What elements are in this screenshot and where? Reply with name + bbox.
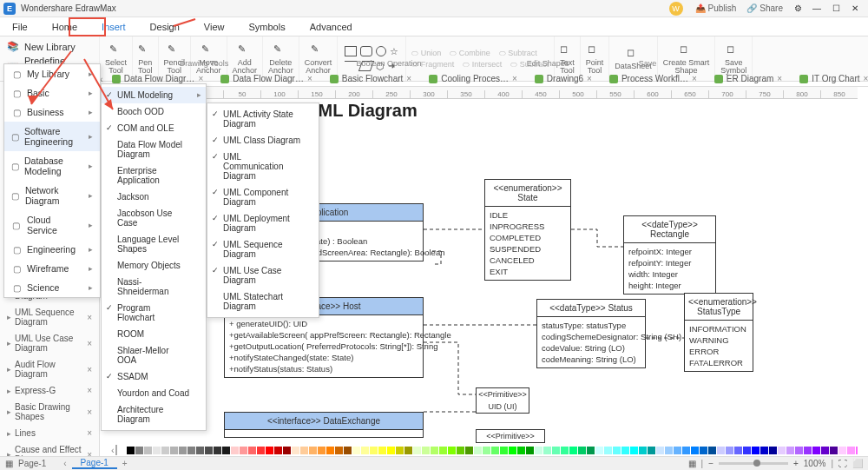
- color-swatch[interactable]: [543, 447, 551, 454]
- color-swatch[interactable]: [630, 447, 638, 454]
- library-category-item[interactable]: ▸Basic Drawing Shapes×: [0, 399, 99, 425]
- submenu-item[interactable]: ✓COM and OLE: [102, 120, 206, 136]
- submenu-item[interactable]: Data Flow Model Diagram: [102, 136, 206, 162]
- color-swatch[interactable]: [422, 447, 430, 454]
- color-swatch[interactable]: [413, 447, 421, 454]
- color-swatch[interactable]: [483, 447, 490, 454]
- color-swatch[interactable]: [135, 447, 143, 454]
- color-swatch[interactable]: [778, 447, 786, 454]
- menu-symbols[interactable]: Symbols: [237, 17, 298, 36]
- uml-enum-state[interactable]: <<enumeration>> State IDLEINPROGRESSCOMP…: [484, 179, 571, 281]
- color-swatch[interactable]: [569, 447, 577, 454]
- color-swatch[interactable]: [500, 447, 508, 454]
- color-swatch[interactable]: [491, 447, 499, 454]
- submenu-item[interactable]: Jacobson Use Case: [102, 205, 206, 231]
- color-swatch[interactable]: [161, 447, 169, 454]
- document-tab[interactable]: ER Diagram×: [706, 71, 791, 87]
- document-tab[interactable]: Cooling Proces…×: [420, 71, 526, 87]
- rect-shape-icon[interactable]: [345, 46, 357, 56]
- submenu-item[interactable]: ✓UML Sequence Diagram: [207, 236, 319, 262]
- color-swatch[interactable]: [153, 447, 161, 454]
- library-category-item[interactable]: ▸Express-G×: [0, 382, 99, 399]
- color-swatch[interactable]: [318, 447, 326, 454]
- color-swatch[interactable]: [752, 447, 760, 454]
- library-category-cloud-service[interactable]: ▢Cloud Service▸: [4, 210, 100, 240]
- color-swatch[interactable]: [734, 447, 742, 454]
- document-tab[interactable]: Data Flow Diagr…×: [212, 71, 321, 87]
- library-category-basic[interactable]: ▢Basic▸: [4, 83, 100, 103]
- uml-datatype-status[interactable]: <<dataType>> Status statusType: statusTy…: [536, 299, 646, 368]
- page-tab[interactable]: Page-1: [72, 458, 117, 469]
- color-swatch[interactable]: [335, 447, 343, 454]
- color-swatch[interactable]: [717, 447, 725, 454]
- submenu-item[interactable]: ROOM: [102, 326, 206, 342]
- close-tab-icon[interactable]: ×: [587, 71, 592, 87]
- uml-primitive-bottom[interactable]: <<Primitive>>: [476, 429, 545, 443]
- bool-combine[interactable]: ⬭ Combine: [450, 49, 490, 58]
- color-swatch[interactable]: [726, 447, 733, 454]
- color-swatch[interactable]: [118, 447, 126, 454]
- color-swatch[interactable]: [561, 447, 569, 454]
- color-swatch[interactable]: [691, 447, 699, 454]
- submenu-item[interactable]: ✓UML Deployment Diagram: [207, 210, 319, 236]
- color-swatch[interactable]: [708, 447, 716, 454]
- uml-primitive-uid[interactable]: <<Primitive>> UID (UI): [476, 387, 529, 414]
- submenu-item[interactable]: ✓UML Class Diagram: [207, 132, 319, 149]
- layout-icon[interactable]: ▦: [688, 459, 696, 468]
- library-category-wireframe[interactable]: ▢Wireframe▸: [4, 259, 100, 278]
- color-swatch[interactable]: [396, 447, 404, 454]
- star-shape-icon[interactable]: ☆: [390, 46, 398, 57]
- color-swatch[interactable]: [352, 447, 360, 454]
- color-swatch[interactable]: [214, 447, 221, 454]
- close-icon[interactable]: ×: [87, 386, 92, 395]
- color-swatch[interactable]: [387, 447, 395, 454]
- library-category-item[interactable]: ▸Lines×: [0, 425, 99, 441]
- close-tab-icon[interactable]: ×: [864, 71, 868, 87]
- color-swatch[interactable]: [179, 447, 187, 454]
- submenu-item[interactable]: Yourdon and Coad: [102, 385, 206, 401]
- bool-union[interactable]: ⬭ Union: [411, 49, 441, 58]
- color-swatch[interactable]: [812, 447, 820, 454]
- color-swatch[interactable]: [240, 447, 247, 454]
- menu-design[interactable]: Design: [138, 17, 192, 36]
- color-swatch[interactable]: [656, 447, 664, 454]
- color-swatch[interactable]: [795, 447, 803, 454]
- settings-icon[interactable]: ⚙: [788, 1, 807, 17]
- submenu-item[interactable]: ✓UML Activity State Diagram: [207, 106, 319, 132]
- uml-interface-dataexchange[interactable]: <<interface>> DataExchange: [224, 412, 424, 438]
- maximize-button[interactable]: ☐: [826, 1, 845, 17]
- library-category-business[interactable]: ▢Business▸: [4, 103, 100, 122]
- color-swatch[interactable]: [257, 447, 265, 454]
- document-tab[interactable]: Basic Flowchart×: [321, 71, 420, 87]
- color-swatch[interactable]: [231, 447, 239, 454]
- color-swatch[interactable]: [431, 447, 438, 454]
- close-icon[interactable]: ×: [87, 339, 92, 348]
- close-tab-icon[interactable]: ×: [307, 71, 312, 87]
- color-swatch[interactable]: [274, 447, 282, 454]
- color-swatch[interactable]: [457, 447, 464, 454]
- color-swatch[interactable]: [517, 447, 525, 454]
- library-category-item[interactable]: ▸Cause and Effect Diagram×: [0, 441, 99, 456]
- library-category-item[interactable]: ▸UML Use Case Diagram×: [0, 330, 99, 356]
- menu-file[interactable]: File: [0, 17, 40, 36]
- color-swatch[interactable]: [344, 447, 352, 454]
- color-swatch[interactable]: [682, 447, 690, 454]
- zoom-out-button[interactable]: −: [708, 459, 713, 468]
- close-tab-icon[interactable]: ×: [777, 71, 782, 87]
- minimize-button[interactable]: —: [807, 1, 826, 17]
- color-swatch[interactable]: [613, 447, 621, 454]
- zoom-slider[interactable]: [719, 462, 788, 465]
- no-color-swatch[interactable]: [115, 445, 117, 455]
- library-category-my-library[interactable]: ▢My Library▸: [4, 64, 100, 83]
- close-icon[interactable]: ×: [87, 407, 92, 417]
- color-swatch[interactable]: [526, 447, 534, 454]
- color-swatch[interactable]: [786, 447, 794, 454]
- palette-scroll-left[interactable]: ‹: [111, 445, 115, 455]
- library-category-database-modeling[interactable]: ▢Database Modeling▸: [4, 151, 100, 181]
- color-swatch[interactable]: [448, 447, 456, 454]
- submenu-item[interactable]: Enterprise Application: [102, 162, 206, 189]
- color-swatch[interactable]: [127, 447, 135, 454]
- color-swatch[interactable]: [838, 447, 846, 454]
- add-page-button[interactable]: +: [122, 459, 128, 468]
- color-palette[interactable]: ‹: [111, 444, 858, 456]
